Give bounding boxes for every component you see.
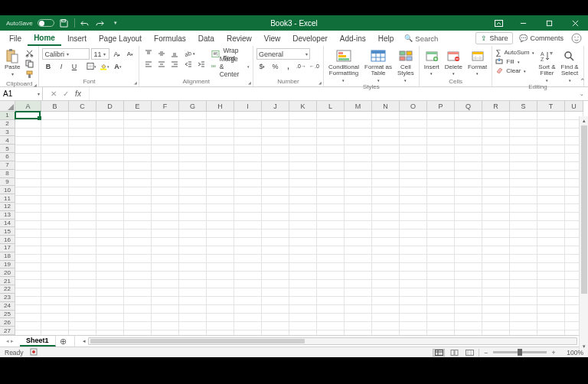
autosave-toggle[interactable] xyxy=(38,19,54,27)
orientation-button[interactable]: ab▾ xyxy=(182,48,196,58)
column-header[interactable]: P xyxy=(427,101,455,112)
vscroll-up-button[interactable]: ▴ xyxy=(580,116,588,125)
sort-filter-button[interactable]: AZ Sort & Filter▾ xyxy=(537,48,557,83)
sheet-tab[interactable]: Sheet1 xyxy=(20,336,56,347)
column-header[interactable]: B xyxy=(41,101,69,112)
row-header[interactable]: 9 xyxy=(0,178,15,187)
column-header[interactable]: Q xyxy=(455,101,482,112)
enter-formula-button[interactable]: ✓ xyxy=(60,87,72,100)
undo-icon[interactable] xyxy=(80,18,90,28)
row-header[interactable]: 13 xyxy=(0,211,15,220)
column-header[interactable]: A xyxy=(15,101,41,112)
cell-styles-button[interactable]: Cell Styles▾ xyxy=(396,48,416,83)
align-bottom-button[interactable] xyxy=(168,48,180,58)
row-header[interactable]: 20 xyxy=(0,268,15,277)
row-header[interactable]: 26 xyxy=(0,318,15,327)
align-left-button[interactable] xyxy=(142,59,154,69)
underline-button[interactable]: U xyxy=(68,61,80,71)
column-header[interactable]: I xyxy=(234,101,262,112)
macro-record-icon[interactable] xyxy=(30,348,38,357)
column-header[interactable]: J xyxy=(262,101,289,112)
number-format-combo[interactable]: General▾ xyxy=(256,48,310,60)
decrease-indent-button[interactable] xyxy=(182,59,194,69)
borders-button[interactable]: ▾ xyxy=(86,61,97,71)
vertical-scrollbar[interactable]: ▴ ▾ xyxy=(579,116,588,350)
collapse-ribbon-button[interactable]: ⌃ xyxy=(580,77,586,85)
row-header[interactable]: 2 xyxy=(0,120,15,129)
row-header[interactable]: 23 xyxy=(0,294,15,302)
row-header[interactable]: 16 xyxy=(0,236,15,244)
save-icon[interactable] xyxy=(59,18,70,28)
autosum-button[interactable]: ∑ AutoSum ▾ xyxy=(495,48,534,57)
tab-add-ins[interactable]: Add-ins xyxy=(334,31,372,46)
italic-button[interactable]: I xyxy=(55,61,67,71)
cancel-formula-button[interactable]: ✕ xyxy=(47,87,60,100)
fill-handle[interactable] xyxy=(38,116,41,120)
merge-center-button[interactable]: Merge & Center ▾ xyxy=(211,60,250,72)
align-middle-button[interactable] xyxy=(155,48,167,58)
row-header[interactable]: 4 xyxy=(0,136,15,145)
new-sheet-button[interactable]: ⊕ xyxy=(56,337,71,347)
format-cells-button[interactable]: Format▾ xyxy=(466,48,488,76)
column-header[interactable]: D xyxy=(96,101,124,112)
align-center-button[interactable] xyxy=(155,59,167,69)
search-label[interactable]: Search xyxy=(415,34,438,43)
vscroll-down-button[interactable]: ▾ xyxy=(580,342,588,350)
fill-color-button[interactable]: ▾ xyxy=(99,61,110,71)
horizontal-scrollbar[interactable] xyxy=(88,337,577,345)
format-painter-button[interactable] xyxy=(24,70,35,80)
sheet-nav-next-button[interactable]: ▸ xyxy=(11,338,14,344)
accounting-format-button[interactable]: $▾ xyxy=(256,61,268,71)
font-name-combo[interactable]: Calibri▾ xyxy=(42,48,90,60)
tab-file[interactable]: File xyxy=(3,31,28,46)
zoom-out-button[interactable]: − xyxy=(482,349,490,356)
delete-cells-button[interactable]: Delete▾ xyxy=(443,48,464,76)
close-button[interactable] xyxy=(562,15,588,31)
copy-button[interactable] xyxy=(24,59,35,69)
minimize-button[interactable] xyxy=(510,15,536,31)
tab-data[interactable]: Data xyxy=(192,31,220,46)
bold-button[interactable]: B xyxy=(42,61,54,71)
percent-format-button[interactable]: % xyxy=(270,61,281,71)
tab-view[interactable]: View xyxy=(258,31,287,46)
column-header[interactable]: S xyxy=(510,101,537,112)
fill-button[interactable]: Fill ▾ xyxy=(495,57,534,66)
column-header[interactable]: E xyxy=(124,101,152,112)
tab-insert[interactable]: Insert xyxy=(61,31,93,46)
clear-button[interactable]: Clear ▾ xyxy=(495,67,534,75)
cut-button[interactable] xyxy=(24,48,35,58)
maximize-button[interactable] xyxy=(536,15,562,31)
row-header[interactable]: 18 xyxy=(0,252,15,261)
column-header[interactable]: C xyxy=(69,101,96,112)
find-select-button[interactable]: Find & Select▾ xyxy=(560,48,580,83)
tab-review[interactable]: Review xyxy=(220,31,258,46)
insert-cells-button[interactable]: Insert▾ xyxy=(423,48,441,76)
decrease-font-button[interactable]: A▾ xyxy=(124,49,136,59)
font-size-combo[interactable]: 11▾ xyxy=(91,48,109,60)
row-header[interactable]: 11 xyxy=(0,194,15,203)
paste-button[interactable]: Paste ▾ xyxy=(3,48,21,76)
comments-button[interactable]: 💬 Comments xyxy=(514,33,568,44)
increase-font-button[interactable]: A▴ xyxy=(111,49,122,59)
share-button[interactable]: ⇪ Share xyxy=(475,32,513,44)
search-icon[interactable]: 🔍 xyxy=(404,34,413,42)
normal-view-button[interactable] xyxy=(433,349,445,356)
vscroll-thumb[interactable] xyxy=(581,125,587,294)
row-header[interactable]: 14 xyxy=(0,220,15,228)
align-top-button[interactable] xyxy=(142,48,154,58)
row-header[interactable]: 3 xyxy=(0,129,15,137)
page-break-view-button[interactable] xyxy=(463,349,475,356)
row-header[interactable]: 15 xyxy=(0,227,15,236)
column-header[interactable]: K xyxy=(289,101,317,112)
row-header[interactable]: 22 xyxy=(0,285,15,294)
tab-formulas[interactable]: Formulas xyxy=(148,31,192,46)
row-header[interactable]: 12 xyxy=(0,203,15,211)
row-header[interactable]: 10 xyxy=(0,186,15,194)
zoom-in-button[interactable]: + xyxy=(550,349,557,356)
decrease-decimal-button[interactable]: ←.0 xyxy=(309,61,320,71)
column-header[interactable]: O xyxy=(400,101,427,112)
page-layout-view-button[interactable] xyxy=(448,349,460,356)
cells-area[interactable] xyxy=(15,112,588,335)
column-header[interactable]: T xyxy=(537,101,565,112)
hscroll-thumb[interactable] xyxy=(90,339,305,343)
